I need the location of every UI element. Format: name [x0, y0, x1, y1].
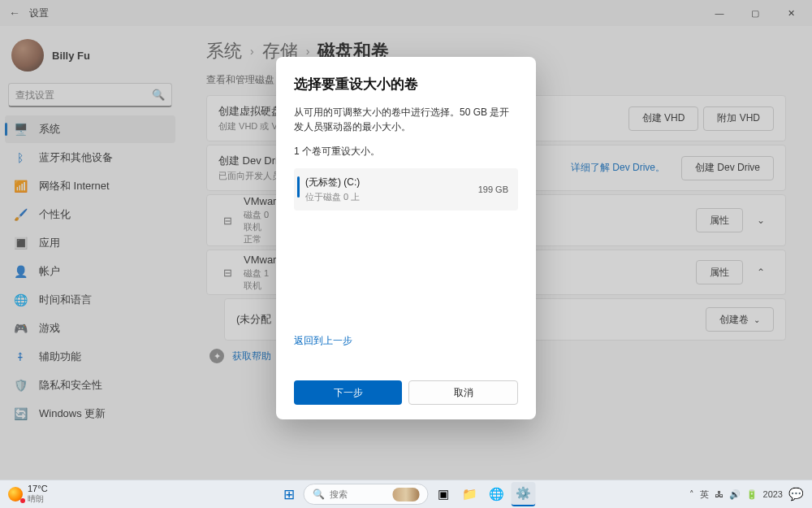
taskbar-search-input[interactable] — [330, 489, 388, 499]
taskbar: 17°C 晴朗 ⊞ 🔍 ▣ 📁 🌐 ⚙️ ˄ 英 🖧 🔊 🔋 2023 💬 — [0, 480, 812, 508]
volume-name: (无标签) (C:) — [305, 176, 360, 189]
task-view-button[interactable]: ▣ — [431, 482, 456, 506]
volume-icon[interactable]: 🔊 — [729, 489, 741, 500]
weather-widget[interactable]: 17°C 晴朗 — [8, 484, 48, 505]
cancel-button[interactable]: 取消 — [408, 380, 518, 405]
next-button[interactable]: 下一步 — [294, 380, 402, 405]
modal-title: 选择要重设大小的卷 — [294, 75, 518, 93]
weather-cond: 晴朗 — [28, 493, 48, 505]
tray-chevron-icon[interactable]: ˄ — [689, 489, 694, 500]
start-button[interactable]: ⊞ — [277, 482, 301, 506]
edge-button[interactable]: 🌐 — [485, 482, 509, 506]
system-tray: ˄ 英 🖧 🔊 🔋 2023 💬 — [689, 487, 804, 501]
search-icon: 🔍 — [313, 488, 325, 500]
weather-temp: 17°C — [28, 484, 48, 493]
clock-year[interactable]: 2023 — [763, 489, 783, 499]
resize-volume-modal: 选择要重设大小的卷 从可用的可调整大小的卷中进行选择。50 GB 是开发人员驱动… — [276, 57, 536, 419]
modal-desc: 从可用的可调整大小的卷中进行选择。50 GB 是开发人员驱动器的最小大小。 — [294, 105, 518, 134]
ime-indicator[interactable]: 英 — [700, 488, 709, 501]
battery-icon[interactable]: 🔋 — [746, 489, 758, 500]
modal-count: 1 个卷可重设大小。 — [294, 144, 518, 158]
back-link[interactable]: 返回到上一步 — [294, 334, 352, 348]
weather-icon — [8, 487, 23, 501]
notification-icon[interactable]: 💬 — [788, 487, 804, 501]
network-icon[interactable]: 🖧 — [715, 489, 723, 499]
volume-item[interactable]: (无标签) (C:) 位于磁盘 0 上 199 GB — [294, 168, 518, 211]
volume-location: 位于磁盘 0 上 — [305, 191, 360, 203]
explorer-button[interactable]: 📁 — [458, 482, 482, 506]
modal-overlay: 选择要重设大小的卷 从可用的可调整大小的卷中进行选择。50 GB 是开发人员驱动… — [0, 0, 812, 508]
volume-size: 199 GB — [478, 185, 508, 194]
taskbar-search[interactable]: 🔍 — [304, 484, 429, 505]
settings-button[interactable]: ⚙️ — [512, 482, 536, 506]
search-art-icon — [393, 488, 420, 501]
